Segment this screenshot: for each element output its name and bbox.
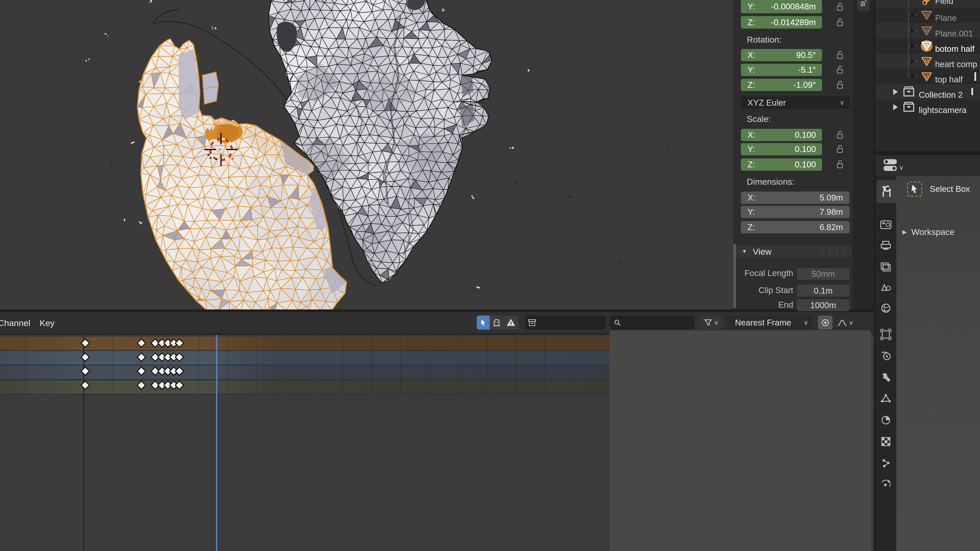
svg-text:∨: ∨ (899, 164, 904, 171)
